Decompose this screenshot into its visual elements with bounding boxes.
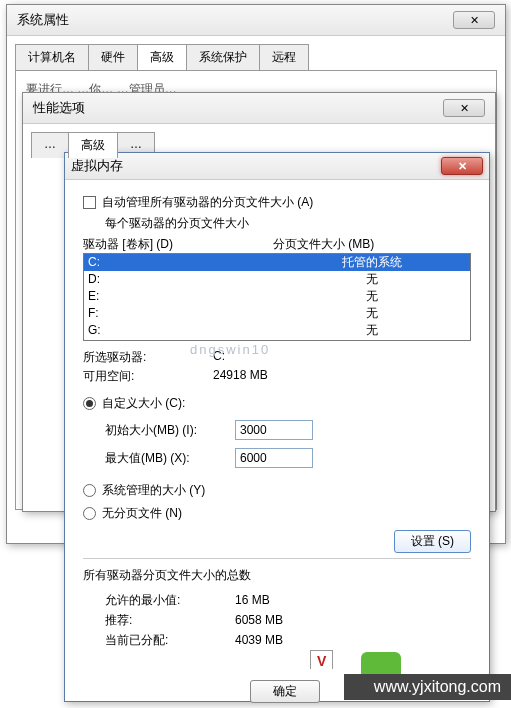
max-size-label: 最大值(MB) (X): (105, 450, 235, 467)
available-space-label: 可用空间: (83, 368, 213, 385)
drive-letter: F: (88, 305, 278, 322)
system-managed-radio[interactable] (83, 484, 96, 497)
selected-drive-value: C: (213, 349, 225, 366)
available-space-row: 可用空间: 24918 MB (83, 368, 471, 385)
custom-size-row: 自定义大小 (C): (83, 395, 471, 412)
drive-letter: C: (88, 254, 278, 271)
close-icon[interactable]: ✕ (443, 99, 485, 117)
drive-list[interactable]: C: 托管的系统 D: 无 E: 无 F: 无 G: 无 (83, 253, 471, 341)
custom-size-label: 自定义大小 (C): (102, 395, 185, 412)
system-managed-label: 系统管理的大小 (Y) (102, 482, 205, 499)
drive-letter: D: (88, 271, 278, 288)
no-paging-label: 无分页文件 (N) (102, 505, 182, 522)
drive-status: 无 (278, 288, 466, 305)
initial-size-label: 初始大小(MB) (I): (105, 422, 235, 439)
drive-row-d[interactable]: D: 无 (84, 271, 470, 288)
drive-letter: E: (88, 288, 278, 305)
auto-manage-row: 自动管理所有驱动器的分页文件大小 (A) (83, 194, 471, 211)
tab-advanced[interactable]: 高级 (137, 44, 187, 70)
selected-drive-row: 所选驱动器: C: (83, 349, 471, 366)
set-button[interactable]: 设置 (S) (394, 530, 471, 553)
min-allowed-row: 允许的最小值: 16 MB (83, 590, 471, 610)
virtual-memory-window: 虚拟内存 ✕ 自动管理所有驱动器的分页文件大小 (A) 每个驱动器的分页文件大小… (64, 152, 490, 702)
each-drive-label: 每个驱动器的分页文件大小 (105, 215, 471, 232)
virtual-memory-body: 自动管理所有驱动器的分页文件大小 (A) 每个驱动器的分页文件大小 驱动器 [卷… (65, 180, 489, 660)
allocated-label: 当前已分配: (105, 630, 235, 650)
ok-button[interactable]: 确定 (250, 680, 320, 703)
recommended-value: 6058 MB (235, 610, 283, 630)
virtual-memory-titlebar: 虚拟内存 ✕ (65, 153, 489, 180)
allocated-value: 4039 MB (235, 630, 283, 650)
tab-remote[interactable]: 远程 (259, 44, 309, 70)
initial-size-row: 初始大小(MB) (I): (83, 420, 471, 440)
totals-heading: 所有驱动器分页文件大小的总数 (83, 567, 471, 584)
no-paging-radio[interactable] (83, 507, 96, 520)
drive-row-f[interactable]: F: 无 (84, 305, 470, 322)
custom-size-radio[interactable] (83, 397, 96, 410)
url-badge: www.yjxitong.com (344, 674, 511, 700)
max-size-input[interactable] (235, 448, 313, 468)
performance-options-title: 性能选项 (33, 99, 85, 117)
max-size-row: 最大值(MB) (X): (83, 448, 471, 468)
allocated-row: 当前已分配: 4039 MB (83, 630, 471, 650)
min-allowed-label: 允许的最小值: (105, 590, 235, 610)
tab-system-protection[interactable]: 系统保护 (186, 44, 260, 70)
drive-letter: G: (88, 322, 278, 339)
initial-size-input[interactable] (235, 420, 313, 440)
drive-list-headers: 驱动器 [卷标] (D) 分页文件大小 (MB) (83, 236, 471, 253)
system-managed-row: 系统管理的大小 (Y) (83, 482, 471, 499)
selected-drive-label: 所选驱动器: (83, 349, 213, 366)
performance-options-titlebar: 性能选项 ✕ (23, 93, 495, 124)
recommended-row: 推荐: 6058 MB (83, 610, 471, 630)
min-allowed-value: 16 MB (235, 590, 270, 610)
tab-computer-name[interactable]: 计算机名 (15, 44, 89, 70)
red-v-marker: V (310, 650, 333, 669)
auto-manage-checkbox[interactable] (83, 196, 96, 209)
close-icon[interactable]: ✕ (453, 11, 495, 29)
no-paging-row: 无分页文件 (N) (83, 505, 471, 522)
drive-row-c[interactable]: C: 托管的系统 (84, 254, 470, 271)
drive-row-g[interactable]: G: 无 (84, 322, 470, 339)
auto-manage-label: 自动管理所有驱动器的分页文件大小 (A) (102, 194, 313, 211)
col-size-header: 分页文件大小 (MB) (273, 236, 374, 253)
tab-perf-advanced[interactable]: 高级 (68, 132, 118, 158)
system-properties-titlebar: 系统属性 ✕ (7, 5, 505, 36)
system-properties-tabs: 计算机名 硬件 高级 系统保护 远程 (15, 44, 497, 70)
tab-hardware[interactable]: 硬件 (88, 44, 138, 70)
available-space-value: 24918 MB (213, 368, 268, 385)
close-icon[interactable]: ✕ (441, 157, 483, 175)
drive-status: 无 (278, 305, 466, 322)
divider (83, 558, 471, 559)
recommended-label: 推荐: (105, 610, 235, 630)
drive-status: 无 (278, 322, 466, 339)
col-drive-header: 驱动器 [卷标] (D) (83, 236, 273, 253)
drive-status: 托管的系统 (278, 254, 466, 271)
system-properties-title: 系统属性 (17, 11, 69, 29)
drive-row-e[interactable]: E: 无 (84, 288, 470, 305)
drive-status: 无 (278, 271, 466, 288)
virtual-memory-title: 虚拟内存 (71, 157, 123, 175)
